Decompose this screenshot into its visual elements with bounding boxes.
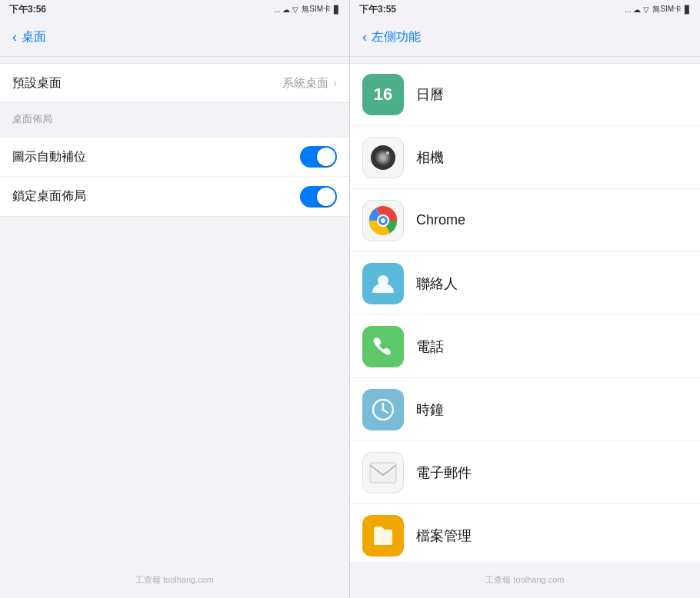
left-watermark: 工查報 toolhang.com (0, 562, 349, 598)
email-icon (362, 452, 404, 493)
contacts-svg (371, 271, 395, 296)
left-chevron-icon: ‹ (12, 29, 17, 45)
battery-icon: ▊ (334, 5, 340, 14)
lock-layout-row[interactable]: 鎖定桌面佈局 (0, 177, 349, 217)
right-status-bar: 下午3:55 ... ☁ ▽ 無SIM卡 ▊ (350, 0, 700, 18)
left-panel: 下午3:56 ... ☁ ▽ 無SIM卡 ▊ ‹ 桌面 預設桌面 系統桌面 › … (0, 0, 350, 598)
left-toggle-section: 圖示自動補位 鎖定桌面佈局 (0, 137, 349, 217)
left-status-bar: 下午3:56 ... ☁ ▽ 無SIM卡 ▊ (0, 0, 349, 18)
app-item-calendar[interactable]: 16 日曆 (350, 63, 700, 126)
system-desktop-text: 系統桌面 (282, 76, 328, 91)
app-name-calendar: 日曆 (416, 85, 444, 104)
right-signal-icon: ... ☁ ▽ (625, 5, 649, 14)
default-desktop-row[interactable]: 預設桌面 系統桌面 › (0, 63, 349, 103)
app-item-contacts[interactable]: 聯絡人 (350, 252, 700, 315)
default-desktop-label: 預設桌面 (12, 75, 62, 91)
files-svg (371, 523, 395, 548)
svg-point-4 (386, 151, 389, 154)
app-name-phone: 電話 (416, 337, 444, 356)
chrome-svg (368, 206, 398, 235)
right-status-icons: ... ☁ ▽ 無SIM卡 ▊ (625, 4, 691, 15)
left-settings-section: 預設桌面 系統桌面 › (0, 63, 349, 103)
contacts-icon (362, 263, 404, 304)
left-status-icons: ... ☁ ▽ 無SIM卡 ▊ (274, 4, 340, 15)
right-battery-icon: ▊ (685, 5, 691, 14)
right-chevron-icon: ‹ (362, 29, 367, 45)
phone-svg (372, 336, 394, 357)
left-time: 下午3:56 (9, 3, 46, 16)
right-panel: 下午3:55 ... ☁ ▽ 無SIM卡 ▊ ‹ 左側功能 16 日曆 (350, 0, 700, 598)
left-nav-title: 桌面 (22, 29, 46, 45)
app-name-email: 電子郵件 (416, 463, 472, 482)
sim-status: 無SIM卡 (302, 4, 331, 15)
right-back-button[interactable]: ‹ 左側功能 (362, 29, 421, 45)
left-nav-header: ‹ 桌面 (0, 18, 349, 57)
default-desktop-chevron: › (333, 76, 337, 90)
right-nav-title: 左側功能 (372, 29, 421, 45)
auto-fill-label: 圖示自動補位 (12, 149, 86, 165)
signal-icon: ... ☁ ▽ (274, 5, 298, 14)
app-list: 16 日曆 相機 (350, 57, 700, 562)
app-name-camera: 相機 (416, 148, 444, 167)
app-name-files: 檔案管理 (416, 527, 472, 545)
app-item-email[interactable]: 電子郵件 (350, 441, 700, 504)
right-watermark-text: 工查報 toolhang.com (485, 574, 564, 586)
chrome-icon (362, 200, 404, 241)
app-name-chrome: Chrome (416, 212, 465, 228)
lock-layout-label: 鎖定桌面佈局 (12, 188, 86, 204)
clock-svg (371, 397, 395, 422)
lock-layout-toggle[interactable] (300, 186, 337, 208)
phone-icon (362, 326, 404, 367)
svg-point-13 (382, 408, 385, 410)
right-time: 下午3:55 (359, 3, 396, 16)
files-icon (362, 515, 404, 556)
svg-point-8 (381, 218, 385, 223)
auto-fill-row[interactable]: 圖示自動補位 (0, 137, 349, 177)
app-item-camera[interactable]: 相機 (350, 126, 700, 189)
app-item-chrome[interactable]: Chrome (350, 189, 700, 252)
app-item-clock[interactable]: 時鐘 (350, 378, 700, 441)
auto-fill-toggle[interactable] (300, 146, 337, 168)
layout-section-label: 桌面佈局 (0, 103, 349, 131)
calendar-number: 16 (374, 86, 392, 103)
left-watermark-text: 工查報 toolhang.com (135, 574, 214, 586)
svg-rect-14 (370, 463, 396, 483)
app-item-phone[interactable]: 電話 (350, 315, 700, 378)
email-svg (369, 462, 397, 483)
app-name-contacts: 聯絡人 (416, 274, 458, 293)
camera-svg (369, 144, 397, 171)
calendar-icon: 16 (362, 74, 404, 115)
right-sim-status: 無SIM卡 (652, 4, 682, 15)
right-watermark: 工查報 toolhang.com (350, 562, 700, 598)
svg-point-3 (380, 154, 386, 161)
clock-icon (362, 389, 404, 430)
default-desktop-value: 系統桌面 › (282, 76, 337, 91)
left-back-button[interactable]: ‹ 桌面 (12, 29, 46, 45)
camera-icon (362, 137, 404, 178)
app-name-clock: 時鐘 (416, 400, 444, 419)
right-nav-header: ‹ 左側功能 (350, 18, 700, 57)
app-item-files[interactable]: 檔案管理 (350, 504, 700, 562)
